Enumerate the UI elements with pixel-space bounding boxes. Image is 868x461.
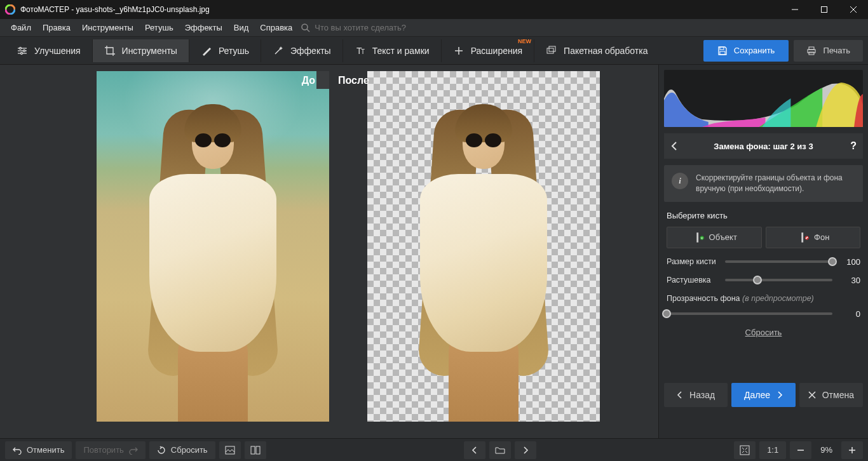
save-icon (717, 46, 728, 56)
help-icon[interactable]: ? (850, 140, 857, 152)
before-image[interactable] (97, 71, 329, 422)
svg-point-10 (20, 47, 22, 49)
reset-icon (157, 446, 166, 455)
new-badge: NEW (518, 38, 531, 44)
text-icon: TT (355, 45, 366, 57)
cancel-button[interactable]: Отмена (799, 383, 863, 407)
save-button[interactable]: Сохранить (703, 40, 789, 62)
feather-slider[interactable] (725, 279, 832, 281)
image-icon (225, 445, 235, 455)
tab-retouch[interactable]: Ретушь (189, 39, 261, 62)
opacity-slider[interactable] (667, 312, 832, 315)
next-button[interactable]: Далее (731, 383, 795, 407)
tab-effects-label: Эффекты (290, 46, 331, 56)
brush-background-button[interactable]: Фон (766, 227, 861, 248)
batch-icon (546, 45, 557, 57)
info-text: Скорректируйте границы объекта и фона вр… (696, 173, 855, 194)
nav-next-button[interactable] (515, 441, 536, 459)
cancel-label: Отмена (822, 390, 854, 400)
tool-tabs: Улучшения Инструменты Ретушь Эффекты TT … (0, 37, 868, 65)
menu-search (301, 23, 454, 33)
compare-button[interactable] (245, 441, 266, 459)
back-label: Назад (689, 390, 715, 400)
redo-button[interactable]: Повторить (76, 441, 145, 459)
svg-rect-30 (226, 446, 234, 454)
menu-effects[interactable]: Эффекты (179, 20, 228, 35)
minimize-button[interactable] (780, 0, 810, 19)
tab-extensions-label: Расширения (471, 46, 522, 56)
compare-icon (250, 445, 261, 455)
svg-point-12 (21, 52, 23, 54)
brush-object-button[interactable]: + Объект (667, 227, 762, 248)
tab-batch[interactable]: Пакетная обработка (534, 39, 659, 62)
search-input[interactable] (315, 23, 454, 32)
redo-icon (129, 446, 138, 455)
after-image-wrap: После (367, 71, 600, 422)
before-image-wrap: До (97, 71, 329, 422)
svg-text:T: T (361, 48, 365, 55)
redo-label: Повторить (83, 445, 123, 455)
reset-link-wrap: Сбросить (667, 328, 860, 337)
menu-help[interactable]: Справка (254, 20, 298, 35)
tab-tools-label: Инструменты (122, 46, 177, 56)
menu-view[interactable]: Вид (228, 20, 255, 35)
step-back-icon[interactable] (670, 142, 678, 150)
print-button[interactable]: Печать (794, 40, 863, 62)
svg-rect-32 (256, 446, 260, 454)
after-image[interactable] (367, 71, 600, 422)
plus-icon (453, 45, 465, 57)
canvas-area: До После (0, 65, 658, 438)
undo-button[interactable]: Отменить (5, 441, 72, 459)
histogram[interactable] (664, 70, 863, 127)
brush-object-icon: + (689, 229, 705, 245)
opacity-label-row: Прозрачность фона (в предпросмотре) (667, 294, 860, 303)
maximize-button[interactable] (810, 0, 839, 19)
menu-edit[interactable]: Правка (37, 20, 76, 35)
tab-tools[interactable]: Инструменты (93, 39, 189, 62)
svg-rect-20 (720, 51, 725, 55)
next-label: Далее (744, 390, 770, 400)
print-icon (806, 46, 817, 56)
size-label: Размер кисти (667, 257, 725, 266)
svg-rect-17 (547, 48, 553, 53)
brush-icon (201, 45, 212, 57)
feather-value: 30 (837, 276, 860, 285)
nav-prev-button[interactable] (464, 441, 485, 459)
nav-buttons: Назад Далее Отмена (664, 383, 863, 407)
right-panel: Замена фона: шаг 2 из 3 ? i Скорректируй… (658, 65, 868, 438)
info-icon: i (672, 173, 688, 189)
tab-extensions[interactable]: NEW Расширения (442, 39, 534, 62)
info-box: i Скорректируйте границы объекта и фона … (664, 165, 863, 202)
menu-file[interactable]: Файл (5, 20, 37, 35)
tab-text[interactable]: TT Текст и рамки (343, 39, 442, 62)
back-button[interactable]: Назад (664, 383, 728, 407)
zoom-out-button[interactable] (790, 441, 811, 459)
sliders-icon (17, 45, 28, 57)
fit-screen-button[interactable] (734, 441, 756, 459)
close-button[interactable] (839, 0, 868, 19)
step-title: Замена фона: шаг 2 из 3 (670, 142, 857, 151)
step-header: Замена фона: шаг 2 из 3 ? (664, 133, 863, 159)
size-slider[interactable] (725, 260, 832, 263)
tab-enhance[interactable]: Улучшения (5, 39, 93, 62)
menu-tools[interactable]: Инструменты (76, 20, 139, 35)
size-value: 100 (837, 257, 860, 267)
tab-enhance-label: Улучшения (34, 46, 81, 56)
size-slider-row: Размер кисти 100 (667, 257, 860, 267)
reset-button[interactable]: Сбросить (149, 441, 215, 459)
chevron-right-icon (522, 446, 529, 454)
reset-link[interactable]: Сбросить (745, 328, 782, 337)
zoom-in-button[interactable] (841, 441, 863, 459)
show-original-button[interactable] (219, 441, 241, 459)
svg-text:+: + (699, 236, 704, 241)
menu-retouch[interactable]: Ретушь (139, 20, 179, 35)
tab-effects[interactable]: Эффекты (261, 39, 343, 62)
wand-icon (273, 45, 284, 57)
svg-rect-18 (549, 46, 555, 51)
after-label: После (338, 75, 369, 86)
zoom-11-button[interactable]: 1:1 (759, 441, 786, 459)
chevron-left-icon (471, 446, 478, 454)
main-area: До После (0, 65, 868, 438)
brush-section: Выберите кисть + Объект Фон Размер кисти… (667, 211, 860, 337)
open-folder-button[interactable] (489, 441, 511, 459)
